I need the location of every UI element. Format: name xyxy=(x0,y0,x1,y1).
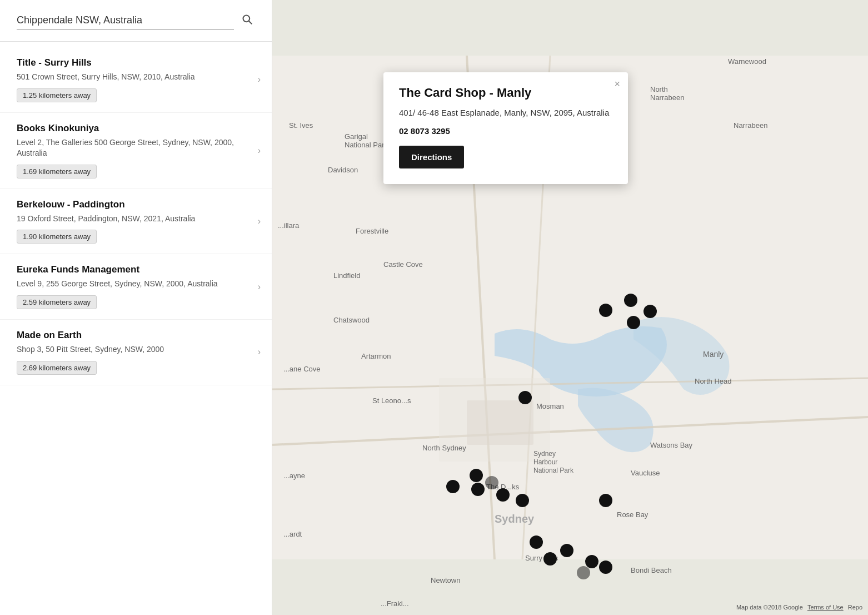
svg-text:National Park: National Park xyxy=(345,141,388,149)
search-icon xyxy=(242,14,253,25)
svg-point-46 xyxy=(643,305,657,318)
svg-point-52 xyxy=(516,494,529,507)
svg-point-48 xyxy=(518,391,532,404)
location-name: Eureka Funds Management xyxy=(17,264,255,275)
svg-text:Manly: Manly xyxy=(703,350,724,359)
distance-badge: 1.69 kilometers away xyxy=(17,165,97,178)
svg-text:St. Ives: St. Ives xyxy=(289,121,313,130)
map-panel: Warnewood North Narrabeen Narrabeen St. … xyxy=(272,0,868,615)
svg-point-49 xyxy=(470,469,483,482)
svg-point-54 xyxy=(485,476,498,489)
svg-text:Castle Cove: Castle Cove xyxy=(383,260,423,269)
svg-text:Rose Bay: Rose Bay xyxy=(617,510,648,519)
location-address: 501 Crown Street, Surry Hills, NSW, 2010… xyxy=(17,72,255,83)
svg-text:Davidson: Davidson xyxy=(328,166,358,174)
svg-text:Narrabeen: Narrabeen xyxy=(734,121,767,130)
svg-point-45 xyxy=(624,294,637,307)
svg-point-59 xyxy=(585,555,598,568)
svg-text:Sydney: Sydney xyxy=(495,513,535,525)
svg-text:North Sydney: North Sydney xyxy=(422,444,466,452)
svg-point-55 xyxy=(599,494,612,507)
svg-text:Mosman: Mosman xyxy=(536,402,564,410)
location-address: Level 2, The Galleries 500 George Street… xyxy=(17,137,255,159)
svg-text:Chatswood: Chatswood xyxy=(333,316,370,324)
search-button[interactable] xyxy=(240,12,255,30)
location-name: Berkelouw - Paddington xyxy=(17,199,255,210)
chevron-right-icon: › xyxy=(258,282,261,292)
distance-badge: 1.25 kilometers away xyxy=(17,88,97,102)
svg-text:...Fraki...: ...Fraki... xyxy=(381,599,409,608)
svg-text:Warnewood: Warnewood xyxy=(728,57,766,66)
location-name: Title - Surry Hills xyxy=(17,57,255,68)
svg-point-56 xyxy=(530,535,543,549)
distance-badge: 2.69 kilometers away xyxy=(17,361,97,375)
svg-point-44 xyxy=(599,304,612,317)
search-bar-container xyxy=(0,11,272,42)
svg-text:Harbour: Harbour xyxy=(533,458,557,466)
distance-badge: 2.59 kilometers away xyxy=(17,295,97,309)
svg-point-57 xyxy=(543,552,557,566)
svg-line-1 xyxy=(249,21,252,23)
svg-text:...ane Cove: ...ane Cove xyxy=(283,365,321,373)
svg-point-60 xyxy=(599,561,612,574)
location-address: Shop 3, 50 Pitt Street, Sydney, NSW, 200… xyxy=(17,344,255,355)
location-items-container: Title - Surry Hills 501 Crown Street, Su… xyxy=(0,47,272,385)
svg-rect-8 xyxy=(467,400,533,445)
location-name: Books Kinokuniya xyxy=(17,123,255,134)
svg-text:Narrabeen: Narrabeen xyxy=(650,93,684,102)
svg-point-47 xyxy=(627,316,640,329)
popup-close-button[interactable]: × xyxy=(614,79,620,89)
location-name: Made on Earth xyxy=(17,330,255,341)
terms-of-use-link[interactable]: Terms of Use xyxy=(807,604,844,611)
svg-text:National Park: National Park xyxy=(533,467,574,474)
svg-point-53 xyxy=(471,483,485,496)
svg-text:Artarmon: Artarmon xyxy=(361,352,391,360)
location-list-panel: Title - Surry Hills 501 Crown Street, Su… xyxy=(0,0,272,615)
map-data-label: Map data ©2018 Google xyxy=(736,604,803,611)
location-popup: × The Card Shop - Manly 401/ 46-48 East … xyxy=(383,72,628,184)
svg-point-51 xyxy=(496,488,510,502)
svg-point-0 xyxy=(243,15,250,22)
chevron-right-icon: › xyxy=(258,347,261,357)
location-item[interactable]: Made on Earth Shop 3, 50 Pitt Street, Sy… xyxy=(0,320,272,385)
location-item[interactable]: Title - Surry Hills 501 Crown Street, Su… xyxy=(0,47,272,113)
svg-text:Bondi Beach: Bondi Beach xyxy=(631,566,672,574)
svg-text:Forestville: Forestville xyxy=(356,227,388,235)
svg-text:...ayne: ...ayne xyxy=(283,472,305,480)
chevron-right-icon: › xyxy=(258,146,261,156)
svg-point-58 xyxy=(560,544,573,557)
chevron-right-icon: › xyxy=(258,216,261,226)
svg-point-61 xyxy=(577,566,590,579)
svg-text:Garigal: Garigal xyxy=(345,132,368,141)
svg-point-50 xyxy=(446,480,460,493)
report-label: Repo xyxy=(848,604,862,611)
svg-text:Watsons Bay: Watsons Bay xyxy=(650,441,693,449)
svg-text:Vaucluse: Vaucluse xyxy=(631,469,660,477)
location-address: 19 Oxford Street, Paddington, NSW, 2021,… xyxy=(17,214,255,225)
location-item[interactable]: Eureka Funds Management Level 9, 255 Geo… xyxy=(0,254,272,320)
svg-text:...ardt: ...ardt xyxy=(283,530,302,538)
distance-badge: 1.90 kilometers away xyxy=(17,230,97,244)
location-item[interactable]: Books Kinokuniya Level 2, The Galleries … xyxy=(0,113,272,189)
svg-text:...illara: ...illara xyxy=(278,221,300,230)
svg-text:Newtown: Newtown xyxy=(431,576,460,584)
directions-button[interactable]: Directions xyxy=(399,146,464,168)
svg-text:North: North xyxy=(650,85,668,93)
svg-text:Lindfield: Lindfield xyxy=(333,271,360,280)
map-attribution: Map data ©2018 Google Terms of Use Repo xyxy=(736,604,862,611)
svg-text:North Head: North Head xyxy=(695,377,731,385)
search-input[interactable] xyxy=(17,11,234,30)
popup-title: The Card Shop - Manly xyxy=(399,86,612,100)
popup-phone: 02 8073 3295 xyxy=(399,126,612,136)
svg-text:Sydney: Sydney xyxy=(533,450,556,458)
svg-text:St Leono...s: St Leono...s xyxy=(372,396,411,405)
location-item[interactable]: Berkelouw - Paddington 19 Oxford Street,… xyxy=(0,189,272,255)
popup-address: 401/ 46-48 East Esplanade, Manly, NSW, 2… xyxy=(399,107,612,120)
chevron-right-icon: › xyxy=(258,75,261,85)
location-address: Level 9, 255 George Street, Sydney, NSW,… xyxy=(17,279,255,290)
